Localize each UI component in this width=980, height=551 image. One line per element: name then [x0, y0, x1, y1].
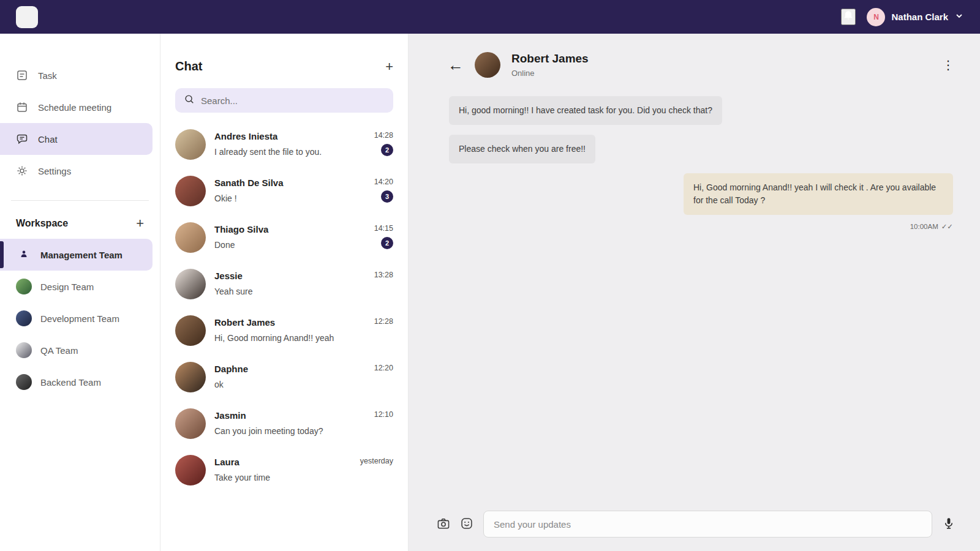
chat-list-item[interactable]: Laura Take your time yesterday — [175, 447, 393, 493]
chat-list-item[interactable]: Robert James Hi, Good morning Anand!! ye… — [175, 307, 393, 354]
sticker-icon — [460, 517, 473, 532]
back-button[interactable]: ← — [448, 57, 464, 73]
chat-time: 14:28 — [374, 131, 393, 140]
chevron-down-icon — [954, 11, 964, 23]
chat-list-panel: Chat + Andres Iniesta I already sent the… — [160, 34, 409, 551]
sidebar: Task Schedule meeting Chat Settings Work… — [0, 34, 160, 551]
chat-list-item[interactable]: Daphne ok 12:20 — [175, 354, 393, 400]
chat-list-item[interactable]: Jessie Yeah sure 13:28 — [175, 261, 393, 307]
workspace-item-label: Development Team — [40, 313, 119, 324]
chat-name: Daphne — [214, 364, 366, 374]
chat-preview: I already sent the file to you. — [214, 147, 366, 157]
chat-preview: Done — [214, 240, 366, 250]
workspace-item-qa-team[interactable]: QA Team — [0, 334, 160, 366]
peer-avatar — [475, 52, 500, 78]
chat-preview: Yeah sure — [214, 287, 366, 296]
avatar — [175, 455, 206, 485]
avatar — [175, 176, 206, 206]
chat-list-title: Chat — [175, 59, 202, 73]
workspace-section-title: Workspace — [16, 218, 68, 229]
avatar — [175, 315, 206, 346]
chat-time: 12:28 — [374, 317, 393, 326]
microphone-icon — [942, 517, 956, 532]
chat-list-item[interactable]: Sanath De Silva Okie ! 14:20 3 — [175, 168, 393, 214]
sticker-button[interactable] — [460, 517, 473, 532]
chat-time: 13:28 — [374, 271, 393, 279]
gear-icon — [16, 165, 28, 177]
message-input[interactable] — [483, 511, 932, 538]
sidebar-item-label: Settings — [38, 166, 71, 176]
notifications-button[interactable] — [841, 9, 856, 25]
chat-time: 14:20 — [374, 178, 393, 186]
search-icon — [184, 94, 195, 107]
message-receipt: 10:00AM ✓✓ — [449, 222, 953, 231]
user-avatar: N — [867, 8, 885, 26]
chat-name: Robert James — [214, 317, 366, 328]
add-workspace-button[interactable]: + — [136, 217, 144, 230]
chat-time: 14:15 — [374, 224, 393, 233]
avatar — [175, 129, 206, 160]
sidebar-item-label: Task — [38, 70, 57, 81]
camera-icon — [437, 517, 450, 532]
message-bubble-incoming: Hi, good morning!! I have created task f… — [449, 96, 722, 125]
development-team-avatar — [16, 310, 32, 326]
camera-button[interactable] — [437, 517, 450, 532]
unread-badge: 2 — [381, 144, 393, 156]
chat-list-item[interactable]: Andres Iniesta I already sent the file t… — [175, 121, 393, 168]
user-menu[interactable]: N Nathan Clark — [867, 8, 964, 26]
chat-preview: Can you join meeting today? — [214, 426, 366, 436]
chat-icon — [16, 133, 28, 145]
workspace-item-label: Backend Team — [40, 377, 101, 388]
sidebar-item-label: Chat — [38, 134, 58, 144]
chat-name: Laura — [214, 457, 352, 467]
avatar — [175, 362, 206, 392]
management-team-icon — [16, 249, 32, 260]
workspace-item-label: Management Team — [40, 250, 123, 260]
sidebar-item-schedule-meeting[interactable]: Schedule meeting — [0, 91, 160, 123]
design-team-avatar — [16, 279, 32, 294]
conversation-header: ← Robert James Online ⋮ — [409, 34, 980, 86]
peer-name: Robert James — [511, 52, 589, 66]
read-ticks-icon: ✓✓ — [941, 222, 953, 231]
chat-preview: Take your time — [214, 473, 352, 482]
message-bubble-outgoing: Hi, Good morning Anand!! yeah I will che… — [684, 173, 953, 215]
workspace-item-design-team[interactable]: Design Team — [0, 271, 160, 302]
new-chat-button[interactable]: + — [385, 60, 393, 73]
qa-team-avatar — [16, 342, 32, 358]
calendar-icon — [16, 101, 28, 113]
chat-name: Jessie — [214, 271, 366, 281]
chat-list-item[interactable]: Jasmin Can you join meeting today? 12:10 — [175, 400, 393, 447]
backend-team-avatar — [16, 374, 32, 390]
bell-icon — [842, 10, 854, 24]
unread-badge: 3 — [381, 190, 393, 203]
sent-time: 10:00AM — [910, 223, 938, 230]
chat-name: Andres Iniesta — [214, 131, 366, 141]
sidebar-item-settings[interactable]: Settings — [0, 155, 160, 187]
sidebar-item-task[interactable]: Task — [0, 59, 160, 91]
chat-preview: ok — [214, 380, 366, 389]
more-options-button[interactable]: ⋮ — [942, 58, 954, 72]
task-icon — [16, 69, 28, 81]
user-name: Nathan Clark — [891, 12, 948, 22]
avatar — [175, 222, 206, 253]
chat-name: Sanath De Silva — [214, 178, 366, 188]
chat-name: Jasmin — [214, 410, 366, 421]
chat-list-item[interactable]: Thiago Silva Done 14:15 2 — [175, 214, 393, 261]
workspace-item-label: QA Team — [40, 345, 78, 356]
chat-time: 12:10 — [374, 410, 393, 419]
message-area: Hi, good morning!! I have created task f… — [409, 86, 980, 501]
avatar — [175, 408, 206, 439]
chat-preview: Okie ! — [214, 193, 366, 203]
peer-status: Online — [511, 69, 589, 78]
workspace-item-management-team[interactable]: Management Team — [0, 239, 153, 271]
sidebar-item-chat[interactable]: Chat — [0, 123, 153, 155]
chat-time: yesterday — [360, 457, 393, 465]
workspace-item-backend-team[interactable]: Backend Team — [0, 366, 160, 398]
mic-button[interactable] — [942, 517, 956, 532]
search-input[interactable] — [201, 96, 385, 106]
workspace-item-development-team[interactable]: Development Team — [0, 302, 160, 334]
avatar — [175, 269, 206, 299]
sidebar-divider — [11, 200, 149, 201]
unread-badge: 2 — [381, 237, 393, 249]
app-logo — [16, 6, 38, 28]
